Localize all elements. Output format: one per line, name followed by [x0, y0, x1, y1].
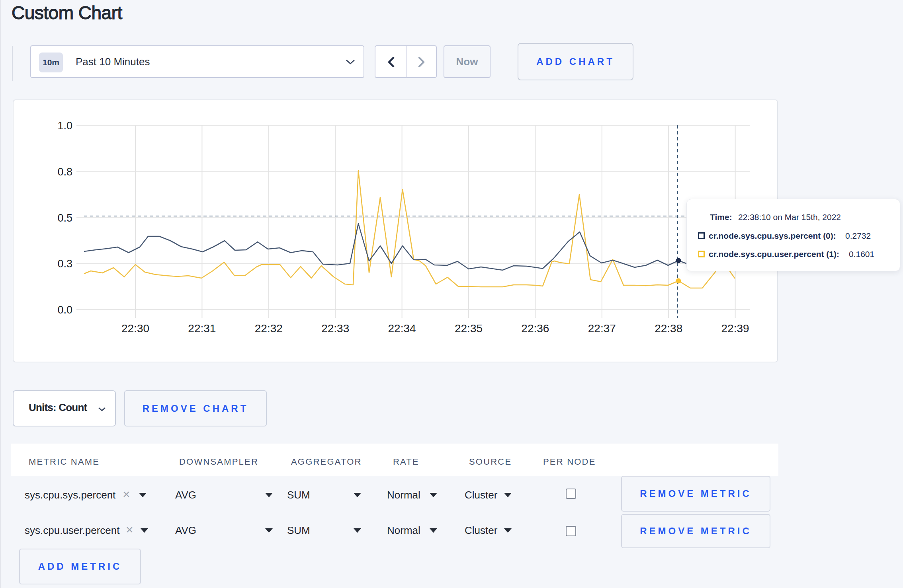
svg-text:22:34: 22:34 [388, 322, 416, 335]
svg-text:0.3: 0.3 [57, 258, 72, 270]
svg-text:0.5: 0.5 [57, 212, 72, 224]
svg-text:22:32: 22:32 [255, 322, 283, 335]
svg-text:1.0: 1.0 [57, 120, 72, 132]
svg-text:22:39: 22:39 [721, 322, 749, 335]
svg-text:22:33: 22:33 [321, 322, 349, 335]
svg-text:22:30: 22:30 [121, 322, 149, 335]
svg-text:22:38: 22:38 [655, 322, 682, 335]
svg-text:22:36: 22:36 [521, 322, 549, 335]
svg-text:22:37: 22:37 [588, 322, 616, 335]
svg-text:22:31: 22:31 [188, 322, 216, 335]
svg-text:0.0: 0.0 [57, 304, 72, 316]
svg-text:0.8: 0.8 [57, 166, 72, 178]
svg-text:22:35: 22:35 [455, 322, 483, 335]
